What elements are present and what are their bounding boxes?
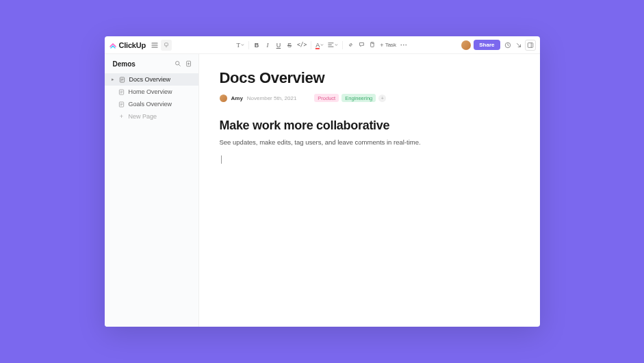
- doc-meta: Amy November 5th, 2021 Product Engineeri…: [220, 94, 519, 102]
- sidebar-header: Demos: [105, 54, 198, 73]
- section-body[interactable]: See updates, make edits, tag users, and …: [220, 138, 519, 146]
- editor-toolbar: T B I U S </> A: [235, 40, 409, 51]
- text-color-button[interactable]: A: [314, 40, 325, 51]
- sidebar-new-page[interactable]: + New Page: [105, 110, 198, 123]
- divider: [342, 41, 343, 49]
- brand-name: ClickUp: [119, 41, 146, 49]
- sidebar-item-home-overview[interactable]: Home Overview: [105, 86, 198, 98]
- divider: [248, 41, 249, 49]
- strike-button[interactable]: S: [285, 40, 294, 51]
- app-window: ClickUp T B I U S </> A: [105, 36, 540, 327]
- doc-title[interactable]: Docs Overview: [220, 69, 519, 87]
- svg-rect-0: [165, 42, 168, 45]
- search-icon[interactable]: [174, 60, 182, 68]
- more-button[interactable]: ···: [399, 40, 409, 51]
- body: Demos ▸ Docs Overview: [105, 54, 540, 327]
- svg-point-4: [175, 62, 179, 65]
- italic-button[interactable]: I: [263, 40, 272, 51]
- tag-product[interactable]: Product: [314, 94, 339, 102]
- tag-engineering[interactable]: Engineering: [342, 94, 376, 102]
- underline-button[interactable]: U: [274, 40, 283, 51]
- sidebar-item-goals-overview[interactable]: Goals Overview: [105, 98, 198, 110]
- svg-rect-3: [528, 42, 533, 47]
- right-controls: [503, 40, 536, 51]
- code-button[interactable]: </>: [296, 40, 308, 51]
- divider: [311, 41, 311, 49]
- chevron-right-icon: ▸: [112, 77, 116, 82]
- menu-toggle-icon[interactable]: [150, 40, 159, 50]
- sidebar: Demos ▸ Docs Overview: [105, 54, 199, 327]
- user-avatar[interactable]: [461, 40, 471, 50]
- text-cursor: [221, 155, 222, 164]
- topbar: ClickUp T B I U S </> A: [105, 36, 540, 54]
- doc-date: November 5th, 2021: [247, 95, 297, 101]
- clickup-logo-icon: [109, 41, 117, 49]
- align-button[interactable]: [326, 40, 339, 51]
- attachment-button[interactable]: [368, 40, 377, 51]
- add-task-button[interactable]: +Task: [378, 40, 398, 51]
- doc-icon: [118, 101, 125, 108]
- brand: ClickUp: [109, 41, 146, 49]
- sidebar-item-docs-overview[interactable]: ▸ Docs Overview: [105, 73, 198, 86]
- nav-list: ▸ Docs Overview Home Overview: [105, 73, 198, 123]
- text-style-dropdown[interactable]: T: [235, 40, 246, 51]
- doc-icon: [118, 88, 125, 95]
- comment-button[interactable]: [357, 40, 366, 51]
- doc-icon: [119, 76, 126, 83]
- plus-icon: +: [118, 113, 125, 120]
- history-icon[interactable]: [503, 40, 513, 51]
- svg-rect-1: [371, 42, 374, 47]
- add-tag-button[interactable]: +: [378, 95, 386, 102]
- sidebar-item-label: Goals Overview: [129, 101, 172, 108]
- section-heading[interactable]: Make work more collaborative: [220, 118, 519, 133]
- workspace-title: Demos: [113, 60, 136, 68]
- doc-content[interactable]: Docs Overview Amy November 5th, 2021 Pro…: [199, 54, 540, 327]
- author-name: Amy: [231, 95, 243, 101]
- panel-icon[interactable]: [525, 40, 536, 51]
- expand-icon[interactable]: [514, 40, 524, 51]
- pin-button[interactable]: [161, 40, 172, 51]
- tag-list: Product Engineering +: [314, 94, 386, 102]
- share-button[interactable]: Share: [474, 40, 500, 50]
- new-doc-icon[interactable]: [185, 60, 193, 68]
- sidebar-item-label: New Page: [129, 113, 157, 120]
- bold-button[interactable]: B: [252, 40, 261, 51]
- task-label: Task: [385, 42, 396, 48]
- sidebar-item-label: Docs Overview: [129, 76, 171, 83]
- author-avatar[interactable]: [220, 95, 227, 102]
- sidebar-item-label: Home Overview: [129, 88, 172, 95]
- link-button[interactable]: [346, 40, 355, 51]
